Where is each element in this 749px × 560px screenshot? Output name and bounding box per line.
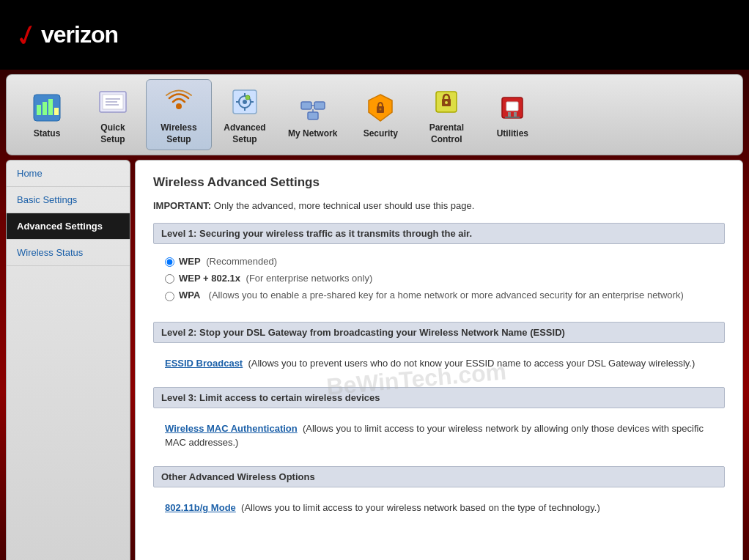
nav-utilities-label: Utilities [497, 128, 528, 140]
svg-rect-22 [308, 112, 318, 119]
wep802-desc: (For enterprise networks only) [243, 273, 372, 284]
80211bg-mode-link[interactable]: 802.11b/g Mode [165, 502, 236, 513]
wireless-setup-icon [161, 84, 196, 119]
my-network-icon [295, 90, 331, 125]
svg-point-17 [243, 100, 247, 104]
svg-point-30 [445, 101, 448, 104]
svg-point-27 [380, 108, 382, 110]
level3-content: Wireless MAC Authentication (Allows you … [153, 416, 725, 456]
svg-point-10 [176, 103, 182, 109]
level2-content: ESSID Broadcast (Allows you to prevent u… [153, 350, 725, 377]
level3-header: Level 3: Limit access to certain wireles… [153, 387, 725, 408]
svg-rect-3 [48, 99, 53, 115]
svg-rect-1 [37, 105, 41, 115]
other-header: Other Advanced Wireless Options [153, 466, 725, 487]
nav-wireless-setup[interactable]: WirelessSetup [146, 79, 212, 150]
level1-header: Level 1: Securing your wireless traffic … [153, 223, 725, 244]
sidebar-item-advanced-settings[interactable]: Advanced Settings [7, 213, 130, 240]
svg-rect-20 [301, 102, 311, 109]
nav-advanced-setup[interactable]: AdvancedSetup [212, 80, 278, 150]
nav-advanced-setup-label: AdvancedSetup [224, 122, 265, 145]
essid-broadcast-link[interactable]: ESSID Broadcast [165, 358, 243, 369]
wireless-mac-auth-link[interactable]: Wireless MAC Authentication [165, 423, 298, 434]
wep-desc: (Recommended) [204, 256, 277, 267]
sidebar: Home Basic Settings Advanced Settings Wi… [6, 160, 130, 560]
wep802-radio[interactable] [165, 274, 174, 284]
wep802-label: WEP + 802.1x [179, 273, 240, 284]
svg-rect-2 [43, 102, 47, 115]
nav-utilities[interactable]: Utilities [479, 86, 545, 144]
status-icon [29, 90, 64, 125]
important-label: IMPORTANT: [153, 200, 211, 211]
wep-option: WEP (Recommended) [165, 256, 713, 267]
utilities-icon [495, 90, 530, 125]
svg-rect-34 [514, 112, 517, 117]
wep802-option: WEP + 802.1x (For enterprise networks on… [165, 273, 713, 284]
header: ✓ verizon [0, 0, 749, 70]
wpa-option: WPA (Allows you to enable a pre-shared k… [165, 290, 713, 301]
nav-my-network[interactable]: My Network [278, 86, 347, 144]
nav-status[interactable]: Status [14, 86, 80, 144]
parental-control-icon [429, 84, 464, 119]
security-icon [363, 90, 398, 125]
wep-radio[interactable] [165, 257, 174, 267]
svg-rect-32 [506, 102, 518, 111]
verizon-logo: ✓ verizon [15, 21, 118, 50]
quick-setup-icon [95, 84, 130, 119]
wpa-radio[interactable] [165, 292, 174, 301]
sidebar-item-wireless-status[interactable]: Wireless Status [7, 240, 130, 266]
sidebar-item-basic-settings[interactable]: Basic Settings [7, 187, 130, 213]
sidebar-item-home[interactable]: Home [7, 161, 130, 187]
important-text: Only the advanced, more technical user s… [214, 200, 475, 211]
advanced-setup-icon [227, 84, 262, 119]
important-note: IMPORTANT: Only the advanced, more techn… [153, 200, 725, 211]
nav-quick-setup[interactable]: QuickSetup [80, 80, 146, 150]
wpa-label: WPA [179, 290, 200, 301]
nav-status-label: Status [34, 128, 61, 140]
main-container: Home Basic Settings Advanced Settings Wi… [6, 160, 743, 560]
nav-parental-control-label: ParentalControl [429, 122, 464, 145]
page-title: Wireless Advanced Settings [153, 175, 725, 190]
level1-options: WEP (Recommended) WEP + 802.1x (For ente… [153, 251, 725, 312]
content-area: BeWinTech.com Wireless Advanced Settings… [135, 160, 743, 560]
svg-rect-4 [54, 108, 59, 115]
essid-broadcast-desc-text: (Allows you to prevent users who do not … [248, 358, 695, 369]
nav-wireless-setup-label: WirelessSetup [160, 122, 196, 145]
level2-header: Level 2: Stop your DSL Gateway from broa… [153, 322, 725, 343]
navbar: Status QuickSetup WirelessSetup [6, 74, 743, 155]
nav-quick-setup-label: QuickSetup [100, 122, 125, 145]
nav-parental-control[interactable]: ParentalControl [413, 80, 479, 150]
nav-security[interactable]: Security [347, 86, 413, 144]
svg-rect-33 [508, 112, 511, 117]
svg-rect-35 [505, 117, 520, 118]
nav-my-network-label: My Network [288, 128, 337, 140]
wep-label: WEP [179, 256, 201, 267]
svg-rect-21 [314, 102, 325, 109]
nav-security-label: Security [364, 128, 398, 140]
vz-checkmark-icon: ✓ [11, 18, 43, 52]
other-content: 802.11b/g Mode (Allows you to limit acce… [153, 495, 725, 521]
logo-text: verizon [41, 21, 118, 48]
wpa-desc: (Allows you to enable a pre-shared key f… [206, 290, 684, 301]
80211bg-mode-desc-text: (Allows you to limit access to your wire… [241, 502, 600, 513]
